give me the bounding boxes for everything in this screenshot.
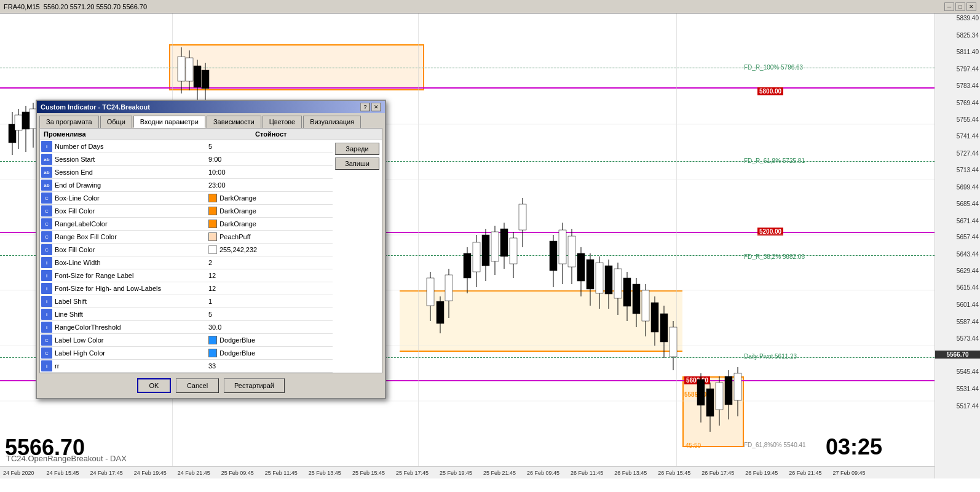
param-name-line-shift: Line Shift xyxy=(55,311,208,318)
svg-rect-50 xyxy=(577,253,585,281)
maximize-button[interactable]: □ xyxy=(955,2,965,11)
param-row-box-line-width[interactable]: i Box-Line Width 2 xyxy=(40,256,333,269)
svg-text:FD_61,8%0% 5540.41: FD_61,8%0% 5540.41 xyxy=(744,442,806,448)
svg-rect-58 xyxy=(614,269,622,298)
param-value-rr: 33 xyxy=(208,362,331,370)
param-row-fontsize-highlow[interactable]: i Font-Size for High- and Low-Labels 12 xyxy=(40,282,333,295)
param-row-num-days[interactable]: i Number of Days 5 xyxy=(40,140,333,153)
param-name-end-drawing: End of Drawing xyxy=(55,181,208,189)
swatch-label-low-color xyxy=(208,336,217,344)
timeline: 24 Feb 2020 24 Feb 15:45 24 Feb 17:45 24… xyxy=(0,466,935,478)
param-row-box-line-color[interactable]: C Box-Line Color DarkOrange xyxy=(40,192,333,205)
param-row-range-label-color[interactable]: C RangeLabelColor DarkOrange xyxy=(40,218,333,231)
param-value-fontsize-highlow: 12 xyxy=(208,285,331,292)
param-row-range-color-threshold[interactable]: i RangeColorThreshold 30.0 xyxy=(40,321,333,334)
swatch-range-box-fill-color xyxy=(208,232,217,241)
param-row-line-shift[interactable]: i Line Shift 5 xyxy=(40,308,333,321)
param-row-range-box-fill-color[interactable]: C Range Box Fill Color PeachPuff xyxy=(40,231,333,244)
param-icon-range-color-threshold: i xyxy=(41,322,52,333)
param-icon-range-box-fill-color: C xyxy=(41,231,52,242)
tab-colors[interactable]: Цветове xyxy=(263,116,302,128)
save-button[interactable]: Запиши xyxy=(335,157,379,170)
svg-rect-68 xyxy=(660,314,668,342)
param-icon-rr: i xyxy=(41,360,52,371)
svg-rect-24 xyxy=(427,278,434,306)
price-5671: 5671.44 xyxy=(957,218,979,224)
param-icon-box-fill-color: C xyxy=(41,205,52,216)
close-button[interactable]: ✕ xyxy=(966,2,976,11)
price-5839: 5839.40 xyxy=(957,15,979,22)
custom-indicator-dialog[interactable]: Custom Indicator - TC24.Breakout ? ✕ За … xyxy=(36,100,386,399)
svg-rect-48 xyxy=(568,236,575,267)
svg-rect-76 xyxy=(716,383,723,410)
param-row-box-fill-color[interactable]: C Box Fill Color DarkOrange xyxy=(40,205,333,218)
price-5545: 5545.44 xyxy=(957,368,979,375)
param-row-fontsize-range[interactable]: i Font-Size for Range Label 12 xyxy=(40,269,333,282)
param-row-label-high-color[interactable]: C Label High Color DodgerBlue xyxy=(40,347,333,360)
price-5727: 5727.44 xyxy=(957,150,979,157)
dialog-body: Променлива Стойност i Number of Days 5 a… xyxy=(39,128,382,373)
minimize-button[interactable]: ─ xyxy=(944,2,954,11)
price-5755: 5755.44 xyxy=(957,116,979,123)
svg-rect-74 xyxy=(706,389,714,416)
param-icon-box-line-width: i xyxy=(41,257,52,268)
param-name-rr: rr xyxy=(55,362,208,370)
tab-about[interactable]: За програмата xyxy=(39,116,99,128)
dialog-title-buttons: ? ✕ xyxy=(360,103,381,111)
svg-rect-70 xyxy=(670,327,677,357)
price-axis: 5839.40 5825.34 5811.40 5797.44 5783.44 … xyxy=(935,14,980,478)
param-row-session-end[interactable]: ab Session End 10:00 xyxy=(40,166,333,179)
param-name-range-label-color: RangeLabelColor xyxy=(55,220,208,228)
tab-visualization[interactable]: Визуализация xyxy=(303,116,361,128)
price-5629: 5629.44 xyxy=(957,268,979,274)
svg-rect-78 xyxy=(725,376,732,405)
price-5657: 5657.44 xyxy=(957,234,979,240)
price-5517: 5517.44 xyxy=(957,403,979,410)
swatch-box-fill-color xyxy=(208,207,217,215)
svg-rect-40 xyxy=(510,238,517,264)
tab-input-params[interactable]: Входни параметри xyxy=(133,116,205,128)
dialog-close-button[interactable]: ✕ xyxy=(371,103,381,111)
svg-rect-46 xyxy=(559,230,566,264)
param-name-label-high-color: Label High Color xyxy=(55,349,208,357)
dialog-titlebar: Custom Indicator - TC24.Breakout ? ✕ xyxy=(37,101,385,113)
svg-rect-12 xyxy=(22,112,30,129)
tab-dependencies[interactable]: Зависимости xyxy=(207,116,261,128)
svg-rect-36 xyxy=(491,232,499,261)
price-5685: 5685.44 xyxy=(957,200,979,207)
param-row-label-low-color[interactable]: C Label Low Color DodgerBlue xyxy=(40,334,333,347)
param-icon-session-start: ab xyxy=(41,154,52,165)
price-5587: 5587.44 xyxy=(957,319,979,325)
header-name: Променлива xyxy=(44,130,255,138)
price-5811: 5811.40 xyxy=(957,49,979,55)
param-icon-fontsize-range: i xyxy=(41,270,52,281)
svg-rect-10 xyxy=(15,115,22,130)
dialog-tabs: За програмата Общи Входни параметри Зави… xyxy=(37,113,385,128)
param-name-range-color-threshold: RangeColorThreshold xyxy=(55,323,208,331)
param-row-end-drawing[interactable]: ab End of Drawing 23:00 xyxy=(40,179,333,192)
params-header: Променлива Стойност xyxy=(40,129,382,140)
param-row-box-fill-color-2[interactable]: C Box Fill Color 255,242,232 xyxy=(40,244,333,256)
param-row-label-shift[interactable]: i Label Shift 1 xyxy=(40,295,333,308)
param-value-fontsize-range: 12 xyxy=(208,272,331,279)
load-button[interactable]: Зареди xyxy=(335,143,379,155)
title-bar: FRA40,M15 5560.20 5571.20 5550.70 5566.7… xyxy=(0,0,980,14)
dialog-help-button[interactable]: ? xyxy=(360,103,370,111)
param-value-line-shift: 5 xyxy=(208,311,331,318)
svg-rect-32 xyxy=(473,242,480,272)
param-row-session-start[interactable]: ab Session Start 9:00 xyxy=(40,153,333,166)
svg-rect-38 xyxy=(500,229,508,256)
param-icon-label-low-color: C xyxy=(41,335,52,346)
param-value-box-line-color: DarkOrange xyxy=(208,194,331,202)
cancel-button[interactable]: Cancel xyxy=(176,378,219,393)
param-name-session-start: Session Start xyxy=(55,156,208,163)
ok-button[interactable]: OK xyxy=(137,378,171,393)
param-value-session-start: 9:00 xyxy=(208,156,331,163)
svg-rect-22 xyxy=(202,70,209,89)
restart-button[interactable]: Рестартирай xyxy=(224,378,285,393)
param-row-rr[interactable]: i rr 33 xyxy=(40,360,333,373)
svg-rect-30 xyxy=(464,253,471,278)
swatch-range-label-color xyxy=(208,220,217,228)
tab-general[interactable]: Общи xyxy=(100,116,132,128)
price-5601: 5601.44 xyxy=(957,301,979,308)
